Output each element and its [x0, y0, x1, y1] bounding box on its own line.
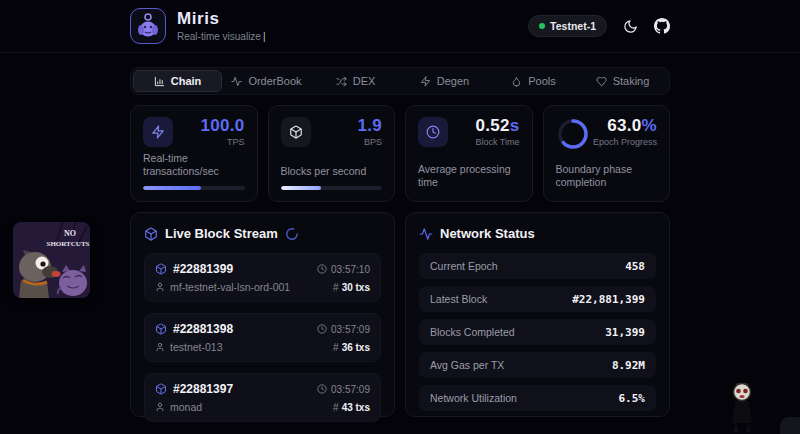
tx-count: #43 txs — [333, 402, 370, 413]
status-row-blocks-completed: Blocks Completed 31,399 — [419, 319, 656, 345]
validator-name: mf-testnet-val-lsn-ord-001 — [170, 281, 290, 293]
meme-illustration: NO SHORTCUTS — [13, 222, 90, 298]
app-header: Miris Real-time visualize| Testnet-1 — [0, 0, 800, 53]
box-icon — [281, 117, 311, 147]
status-row-avg-gas: Avg Gas per TX 8.92M — [419, 352, 656, 378]
tx-count: #36 txs — [333, 342, 370, 353]
clock-icon — [317, 264, 327, 274]
heart-icon — [596, 76, 607, 87]
meme-text-line1: NO — [64, 229, 76, 238]
status-value: #22,881,399 — [572, 293, 645, 306]
bps-description: Blocks per second — [281, 165, 383, 179]
status-value: 6.5% — [619, 392, 646, 405]
clock-icon — [317, 324, 327, 334]
github-button[interactable] — [654, 18, 670, 34]
tab-degen[interactable]: Degen — [400, 70, 489, 92]
block-number: #22881398 — [173, 322, 233, 336]
box-icon — [144, 227, 158, 241]
status-value: 458 — [625, 260, 645, 273]
box-icon — [155, 323, 167, 335]
status-value: 8.92M — [612, 359, 645, 372]
tab-staking[interactable]: Staking — [578, 70, 667, 92]
clock-icon — [418, 117, 448, 147]
brand-block: Miris Real-time visualize| — [177, 10, 266, 42]
network-status-panel: Network Status Current Epoch 458 Latest … — [405, 212, 670, 417]
tx-count: #30 txs — [333, 282, 370, 293]
status-row-current-epoch: Current Epoch 458 — [419, 253, 656, 279]
live-block-stream-title: Live Block Stream — [165, 226, 278, 241]
bps-progress-track — [281, 186, 383, 190]
tps-value: 100.0 — [200, 117, 244, 134]
block-row[interactable]: #22881397 03:57:09 monad #43 txs — [144, 373, 381, 422]
bps-unit: BPS — [357, 137, 382, 147]
activity-icon — [231, 76, 242, 87]
stat-cards: 100.0 TPS Real-time transactions/sec 1.9… — [130, 105, 670, 202]
block-number: #22881399 — [173, 262, 233, 276]
stat-card-block-time: 0.52s Block Time Average processing time — [405, 105, 533, 202]
bar-chart-icon — [154, 76, 165, 87]
tps-progress-track — [143, 186, 245, 190]
progress-ring — [556, 117, 590, 151]
shuffle-icon — [336, 76, 347, 87]
app-logo[interactable] — [130, 8, 166, 44]
main-tabbar: Chain OrderBook DEX Degen Pools — [130, 67, 670, 95]
status-row-latest-block: Latest Block #22,881,399 — [419, 286, 656, 312]
corner-widget[interactable] — [780, 417, 800, 434]
moon-icon — [623, 19, 638, 34]
block-number: #22881397 — [173, 382, 233, 396]
tps-description: Real-time transactions/sec — [143, 152, 245, 179]
no-shortcuts-meme-sticker: NO SHORTCUTS — [13, 222, 90, 298]
tab-pools[interactable]: Pools — [489, 70, 578, 92]
stat-card-epoch-progress: 63.0% Epoch Progress Boundary phase comp… — [543, 105, 671, 202]
tps-unit: TPS — [200, 137, 244, 147]
epoch-progress-description: Boundary phase completion — [556, 163, 658, 190]
zap-icon — [143, 117, 173, 147]
bps-value: 1.9 — [357, 117, 382, 134]
tab-dex[interactable]: DEX — [311, 70, 400, 92]
status-value: 31,399 — [605, 326, 645, 339]
main-panels: Live Block Stream #22881399 03:57:10 mf-… — [130, 212, 670, 417]
user-icon — [155, 342, 165, 352]
block-time-unit: Block Time — [475, 137, 519, 147]
epoch-progress-unit: Epoch Progress — [593, 137, 657, 147]
spinner-icon — [285, 227, 299, 241]
user-icon — [155, 282, 165, 292]
droplet-icon — [511, 76, 522, 87]
status-label: Current Epoch — [430, 260, 498, 272]
block-timestamp: 03:57:09 — [331, 384, 370, 395]
user-icon — [155, 402, 165, 412]
clock-icon — [317, 384, 327, 394]
tps-progress-fill — [143, 186, 201, 190]
theme-toggle-button[interactable] — [623, 19, 638, 34]
sprite-illustration — [724, 381, 762, 434]
stat-card-bps: 1.9 BPS Blocks per second — [268, 105, 396, 202]
validator-name: testnet-013 — [170, 341, 223, 353]
status-label: Blocks Completed — [430, 326, 515, 338]
creature-logo-icon — [133, 11, 163, 41]
bps-progress-fill — [281, 186, 322, 190]
status-row-network-utilization: Network Utilization 6.5% — [419, 385, 656, 411]
app-subtitle: Real-time visualize| — [177, 31, 266, 42]
box-icon — [155, 263, 167, 275]
status-label: Avg Gas per TX — [430, 359, 504, 371]
typing-cursor: | — [263, 31, 266, 42]
box-icon — [155, 383, 167, 395]
github-icon — [654, 18, 670, 34]
stat-card-tps: 100.0 TPS Real-time transactions/sec — [130, 105, 258, 202]
network-badge[interactable]: Testnet-1 — [528, 15, 607, 37]
block-timestamp: 03:57:10 — [331, 264, 370, 275]
tab-orderbook[interactable]: OrderBook — [222, 70, 311, 92]
block-time-description: Average processing time — [418, 163, 520, 190]
meme-text-line2: SHORTCUTS — [47, 240, 90, 248]
status-dot — [539, 23, 545, 29]
tab-chain[interactable]: Chain — [133, 70, 222, 92]
status-label: Latest Block — [430, 293, 487, 305]
block-row[interactable]: #22881399 03:57:10 mf-testnet-val-lsn-or… — [144, 253, 381, 302]
block-time-value: 0.52s — [475, 117, 519, 134]
network-badge-label: Testnet-1 — [550, 20, 596, 32]
validator-name: monad — [170, 401, 202, 413]
zap-icon — [420, 76, 431, 87]
block-row[interactable]: #22881398 03:57:09 testnet-013 #36 txs — [144, 313, 381, 362]
page-title: Miris — [177, 10, 266, 29]
status-label: Network Utilization — [430, 392, 517, 404]
